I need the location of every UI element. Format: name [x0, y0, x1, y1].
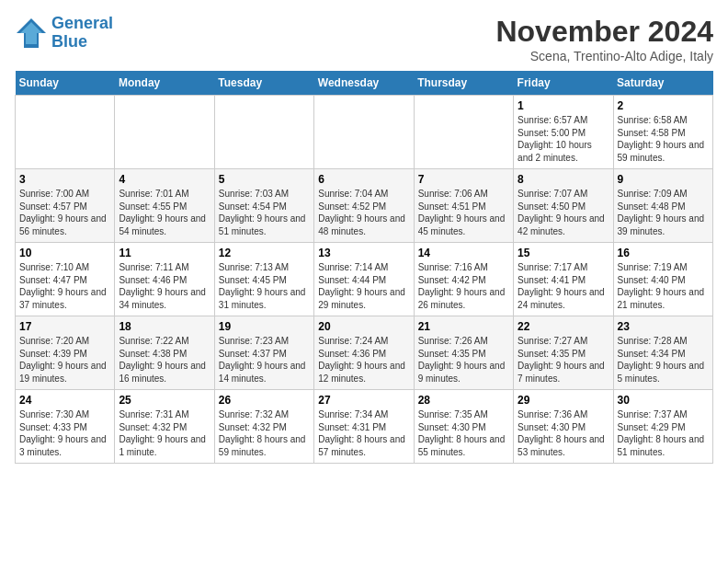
day-number: 4: [119, 173, 210, 186]
calendar-cell: 30Sunrise: 7:37 AM Sunset: 4:29 PM Dayli…: [613, 390, 712, 464]
calendar-cell: 9Sunrise: 7:09 AM Sunset: 4:48 PM Daylig…: [613, 169, 712, 243]
day-number: 8: [518, 173, 609, 186]
header-wednesday: Wednesday: [314, 71, 414, 96]
day-number: 10: [19, 247, 110, 259]
day-info: Sunrise: 7:23 AM Sunset: 4:37 PM Dayligh…: [219, 335, 310, 385]
day-info: Sunrise: 7:22 AM Sunset: 4:38 PM Dayligh…: [119, 335, 210, 385]
week-row-4: 24Sunrise: 7:30 AM Sunset: 4:33 PM Dayli…: [16, 390, 713, 464]
day-number: 6: [318, 173, 409, 186]
week-row-3: 17Sunrise: 7:20 AM Sunset: 4:39 PM Dayli…: [16, 316, 713, 390]
calendar-cell: 26Sunrise: 7:32 AM Sunset: 4:32 PM Dayli…: [214, 390, 313, 464]
calendar-cell: 17Sunrise: 7:20 AM Sunset: 4:39 PM Dayli…: [16, 316, 115, 390]
calendar-cell: 6Sunrise: 7:04 AM Sunset: 4:52 PM Daylig…: [314, 169, 414, 243]
day-number: 13: [318, 247, 409, 259]
day-info: Sunrise: 7:26 AM Sunset: 4:35 PM Dayligh…: [418, 335, 509, 385]
calendar-cell: 2Sunrise: 6:58 AM Sunset: 4:58 PM Daylig…: [613, 96, 712, 169]
calendar-cell: 20Sunrise: 7:24 AM Sunset: 4:36 PM Dayli…: [314, 316, 414, 390]
calendar-cell: 21Sunrise: 7:26 AM Sunset: 4:35 PM Dayli…: [414, 316, 513, 390]
day-info: Sunrise: 7:00 AM Sunset: 4:57 PM Dayligh…: [19, 188, 110, 237]
calendar-cell: 18Sunrise: 7:22 AM Sunset: 4:38 PM Dayli…: [115, 316, 214, 390]
header-thursday: Thursday: [414, 71, 513, 96]
day-info: Sunrise: 7:06 AM Sunset: 4:51 PM Dayligh…: [418, 188, 509, 237]
day-number: 25: [119, 394, 210, 407]
calendar-cell: 14Sunrise: 7:16 AM Sunset: 4:42 PM Dayli…: [414, 243, 513, 316]
day-number: 1: [518, 99, 609, 112]
day-info: Sunrise: 7:28 AM Sunset: 4:34 PM Dayligh…: [618, 335, 709, 385]
day-number: 26: [219, 394, 310, 407]
calendar-cell: 5Sunrise: 7:03 AM Sunset: 4:54 PM Daylig…: [214, 169, 313, 243]
day-number: 12: [219, 247, 310, 259]
day-number: 29: [518, 394, 609, 407]
day-number: 9: [618, 173, 709, 186]
day-info: Sunrise: 7:19 AM Sunset: 4:40 PM Dayligh…: [618, 261, 709, 311]
calendar-body: 1Sunrise: 6:57 AM Sunset: 5:00 PM Daylig…: [16, 96, 713, 464]
calendar-cell: 24Sunrise: 7:30 AM Sunset: 4:33 PM Dayli…: [16, 390, 115, 464]
day-info: Sunrise: 6:58 AM Sunset: 4:58 PM Dayligh…: [618, 114, 709, 164]
header-friday: Friday: [514, 71, 613, 96]
calendar-cell: 23Sunrise: 7:28 AM Sunset: 4:34 PM Dayli…: [613, 316, 712, 390]
day-number: 27: [318, 394, 409, 407]
calendar-cell: 8Sunrise: 7:07 AM Sunset: 4:50 PM Daylig…: [514, 169, 613, 243]
day-info: Sunrise: 7:17 AM Sunset: 4:41 PM Dayligh…: [518, 261, 609, 311]
day-number: 3: [19, 173, 110, 186]
header-saturday: Saturday: [613, 71, 712, 96]
location: Scena, Trentino-Alto Adige, Italy: [495, 49, 713, 63]
logo-line1: General: [51, 14, 113, 32]
day-number: 7: [418, 173, 509, 186]
day-number: 15: [518, 247, 609, 259]
day-number: 23: [618, 320, 709, 333]
logo-text: General Blue: [51, 15, 113, 52]
header-sunday: Sunday: [16, 71, 115, 96]
calendar-cell: [214, 96, 313, 169]
calendar-cell: 28Sunrise: 7:35 AM Sunset: 4:30 PM Dayli…: [414, 390, 513, 464]
day-info: Sunrise: 7:20 AM Sunset: 4:39 PM Dayligh…: [19, 335, 110, 385]
day-info: Sunrise: 7:10 AM Sunset: 4:47 PM Dayligh…: [19, 261, 110, 311]
day-info: Sunrise: 7:34 AM Sunset: 4:31 PM Dayligh…: [318, 408, 409, 458]
day-info: Sunrise: 7:36 AM Sunset: 4:30 PM Dayligh…: [518, 408, 609, 458]
day-info: Sunrise: 7:13 AM Sunset: 4:45 PM Dayligh…: [219, 261, 310, 311]
calendar-cell: [115, 96, 214, 169]
day-info: Sunrise: 7:32 AM Sunset: 4:32 PM Dayligh…: [219, 408, 310, 458]
day-number: 11: [119, 247, 210, 259]
logo: General Blue: [15, 15, 113, 52]
calendar-cell: 15Sunrise: 7:17 AM Sunset: 4:41 PM Dayli…: [514, 243, 613, 316]
header-tuesday: Tuesday: [214, 71, 313, 96]
calendar-cell: 1Sunrise: 6:57 AM Sunset: 5:00 PM Daylig…: [514, 96, 613, 169]
calendar-cell: 13Sunrise: 7:14 AM Sunset: 4:44 PM Dayli…: [314, 243, 414, 316]
day-number: 18: [119, 320, 210, 333]
calendar-cell: 25Sunrise: 7:31 AM Sunset: 4:32 PM Dayli…: [115, 390, 214, 464]
calendar-cell: [414, 96, 513, 169]
day-info: Sunrise: 7:09 AM Sunset: 4:48 PM Dayligh…: [618, 188, 709, 237]
calendar-header: SundayMondayTuesdayWednesdayThursdayFrid…: [16, 71, 713, 96]
day-info: Sunrise: 7:30 AM Sunset: 4:33 PM Dayligh…: [19, 408, 110, 458]
week-row-1: 3Sunrise: 7:00 AM Sunset: 4:57 PM Daylig…: [16, 169, 713, 243]
day-info: Sunrise: 7:27 AM Sunset: 4:35 PM Dayligh…: [518, 335, 609, 385]
day-number: 19: [219, 320, 310, 333]
day-number: 17: [19, 320, 110, 333]
calendar-cell: 27Sunrise: 7:34 AM Sunset: 4:31 PM Dayli…: [314, 390, 414, 464]
calendar-cell: 11Sunrise: 7:11 AM Sunset: 4:46 PM Dayli…: [115, 243, 214, 316]
day-number: 22: [518, 320, 609, 333]
day-info: Sunrise: 7:37 AM Sunset: 4:29 PM Dayligh…: [618, 408, 709, 458]
day-info: Sunrise: 6:57 AM Sunset: 5:00 PM Dayligh…: [518, 114, 609, 164]
header-row: SundayMondayTuesdayWednesdayThursdayFrid…: [16, 71, 713, 96]
calendar-cell: 10Sunrise: 7:10 AM Sunset: 4:47 PM Dayli…: [16, 243, 115, 316]
week-row-0: 1Sunrise: 6:57 AM Sunset: 5:00 PM Daylig…: [16, 96, 713, 169]
calendar-cell: 3Sunrise: 7:00 AM Sunset: 4:57 PM Daylig…: [16, 169, 115, 243]
calendar-cell: 12Sunrise: 7:13 AM Sunset: 4:45 PM Dayli…: [214, 243, 313, 316]
day-number: 20: [318, 320, 409, 333]
page-header: General Blue November 2024 Scena, Trenti…: [15, 15, 713, 63]
day-info: Sunrise: 7:04 AM Sunset: 4:52 PM Dayligh…: [318, 188, 409, 237]
calendar-table: SundayMondayTuesdayWednesdayThursdayFrid…: [15, 71, 713, 464]
day-number: 16: [618, 247, 709, 259]
day-info: Sunrise: 7:14 AM Sunset: 4:44 PM Dayligh…: [318, 261, 409, 311]
header-monday: Monday: [115, 71, 214, 96]
day-number: 30: [618, 394, 709, 407]
day-info: Sunrise: 7:03 AM Sunset: 4:54 PM Dayligh…: [219, 188, 310, 237]
calendar-cell: [314, 96, 414, 169]
month-title: November 2024: [495, 15, 713, 49]
day-info: Sunrise: 7:24 AM Sunset: 4:36 PM Dayligh…: [318, 335, 409, 385]
calendar-cell: [16, 96, 115, 169]
svg-marker-1: [20, 22, 42, 44]
day-number: 14: [418, 247, 509, 259]
